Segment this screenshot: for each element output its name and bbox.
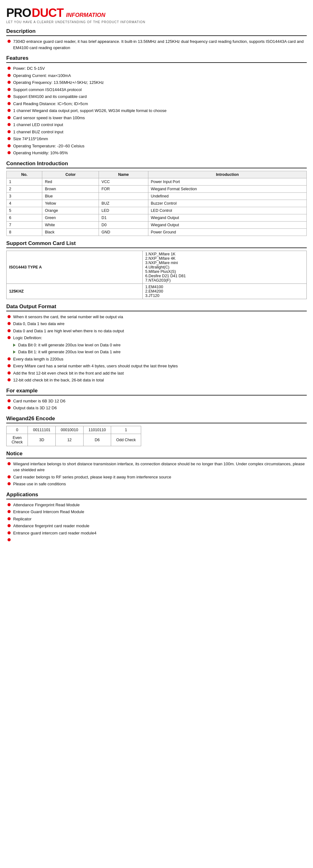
feature-item: Operating Current: max<100mA xyxy=(6,72,307,79)
connection-cell: Blue xyxy=(42,192,99,199)
data-output-sub-item: Data Bit 0: it will generate 200us low l… xyxy=(6,342,307,348)
connection-table: No.ColorNameIntroduction1RedVCCPower Inp… xyxy=(6,171,307,236)
bullet-dot-icon xyxy=(7,475,11,478)
connection-row: 6GreenD1Wiegand Output xyxy=(7,214,307,221)
bullet-dot-icon xyxy=(7,378,11,381)
encode-cell: 1 xyxy=(111,426,141,434)
encode-cell: 0 xyxy=(7,426,28,434)
connection-cell: 2 xyxy=(7,185,42,192)
logo-pro: PRO xyxy=(6,6,31,20)
encode-cell2: Odd Check xyxy=(111,434,141,446)
card-khz-item: 3.JT120 xyxy=(145,293,304,298)
feature-item: Card Reading Distance: IC>5cm; ID>5cm xyxy=(6,101,307,107)
bullet-dot-icon xyxy=(7,123,11,126)
feature-text: Support common ISO14443A protocol xyxy=(13,87,82,93)
bullet-dot-icon xyxy=(7,531,11,534)
bullet-dot-icon xyxy=(7,40,11,43)
connection-cell: Wiegand Format Selection xyxy=(148,185,306,192)
bullet-dot-icon xyxy=(7,137,11,140)
logo-duct: DUCT xyxy=(32,6,64,20)
bullet-dot-icon xyxy=(7,81,11,84)
feature-item: Operating Frequency: 13.56MHz+/-5KHz; 12… xyxy=(6,80,307,86)
application-item xyxy=(6,537,307,541)
arrow-icon xyxy=(13,344,15,347)
connection-cell: 8 xyxy=(7,228,42,236)
card-iso-item: 7.NTAG203(F) xyxy=(145,278,304,283)
bullet-dot-icon xyxy=(7,109,11,112)
feature-item: 1 channel BUZ control input xyxy=(6,129,307,135)
encode-cell: 11010110 xyxy=(83,426,111,434)
encode-cell2: D6 xyxy=(83,434,111,446)
encode-table: 00011110100010010110101101Even Check3D12… xyxy=(6,426,141,446)
card-support-table: ISO14443 TYPE A1.NXP_Mifare 1K2.NXP_Mifa… xyxy=(6,251,307,299)
connection-title: Connection Introduction xyxy=(6,160,307,168)
connection-cell xyxy=(99,192,148,199)
connection-cell: Power Input Port xyxy=(148,178,306,185)
feature-text: Operating Temperature: -20~60 Celsius xyxy=(13,143,85,149)
bullet-dot-icon xyxy=(7,67,11,70)
encode-cell2: 12 xyxy=(56,434,84,446)
bullet-dot-icon xyxy=(7,364,11,367)
connection-cell: 6 xyxy=(7,214,42,221)
connection-cell: 4 xyxy=(7,199,42,207)
card-khz-row: 125KHZ1.EM41002.EM42003.JT120 xyxy=(7,283,307,299)
applications-title: Applications xyxy=(6,492,307,499)
connection-cell: LED Control xyxy=(148,207,306,214)
connection-cell: 3 xyxy=(7,192,42,199)
data-output-item2: Add the first 12-bit even check bit in t… xyxy=(6,370,307,376)
encode-cell: 00111101 xyxy=(28,426,56,434)
data-output-list: When it sensors the card, the serial num… xyxy=(6,314,307,383)
bullet-dot-icon xyxy=(7,399,11,402)
bullet-dot-icon xyxy=(7,151,11,154)
bullet-dot-icon xyxy=(7,482,11,485)
feature-text: Operating Frequency: 13.56MHz+/-5KHz; 12… xyxy=(13,80,103,86)
description-item: 7304D entrance guard card reader, it has… xyxy=(6,38,307,51)
connection-cell: VCC xyxy=(99,178,148,185)
feature-text: Operating Humidity: 10%-95% xyxy=(13,150,68,156)
example-title: For example xyxy=(6,388,307,396)
data-output-text: When it sensors the card, the serial num… xyxy=(13,314,123,320)
data-output-text: Data 0, Data 1 two data wire xyxy=(13,321,64,327)
description-list: 7304D entrance guard card reader, it has… xyxy=(6,38,307,51)
bullet-dot-icon xyxy=(7,524,11,527)
connection-cell: Wiegand Output xyxy=(148,221,306,228)
bullet-dot-icon xyxy=(7,102,11,105)
connection-header: Introduction xyxy=(148,171,306,178)
feature-item: Operating Humidity: 10%-95% xyxy=(6,150,307,156)
example-item: Output data is 3D 12 D6 xyxy=(6,405,307,411)
data-output-item2: 12-bit odd check bit in the back, 26-bit… xyxy=(6,377,307,383)
connection-row: 5OrangeLEDLED Control xyxy=(7,207,307,214)
notice-text: Card reader belongs to RF series product… xyxy=(13,474,171,480)
card-iso-item: 2.NXP_Mifare 4K xyxy=(145,256,304,261)
feature-item: 1 channel LED control input xyxy=(6,122,307,128)
encode-row1: 00011110100010010110101101 xyxy=(7,426,141,434)
logo: PRODUCT INFORMATION xyxy=(6,6,307,20)
card-iso-items: 1.NXP_Mifare 1K2.NXP_Mifare 4K3.NXP_Mifa… xyxy=(143,251,307,283)
bullet-dot-icon xyxy=(7,406,11,409)
example-list: Card number is 6B 3D 12 D6Output data is… xyxy=(6,398,307,411)
bullet-dot-icon xyxy=(7,322,11,325)
data-output-text2: Every data length is 2200us xyxy=(13,356,63,362)
feature-text: Support EM4100 and its compatible card xyxy=(13,94,87,100)
page-header: PRODUCT INFORMATION LET YOU HAVE A CLEAR… xyxy=(6,6,307,24)
bullet-dot-icon xyxy=(7,371,11,375)
connection-cell: White xyxy=(42,221,99,228)
example-text: Output data is 3D 12 D6 xyxy=(13,405,57,411)
connection-header: No. xyxy=(7,171,42,178)
bullet-dot-icon xyxy=(7,116,11,119)
encode-cell: 00010010 xyxy=(56,426,84,434)
card-iso-item: 3.NXP_Mifare mini xyxy=(145,261,304,265)
bullet-dot-icon xyxy=(7,510,11,513)
connection-header: Name xyxy=(99,171,148,178)
application-text: Entrance guard intercom card reader modu… xyxy=(13,530,96,536)
notice-text: Please use in safe conditions xyxy=(13,481,66,487)
application-text: Attendance Fingerprint Read Module xyxy=(13,502,80,508)
connection-header: Color xyxy=(42,171,99,178)
bullet-dot-icon xyxy=(7,503,11,506)
application-text: Replicator xyxy=(13,516,32,522)
notice-text: Wiegand interface belongs to short dista… xyxy=(13,461,307,473)
data-output-sub-text: Data Bit 1: it will generate 200us low l… xyxy=(18,349,121,355)
feature-text: 1 channel BUZ control input xyxy=(13,129,63,135)
application-item: Attendance Fingerprint Read Module xyxy=(6,502,307,508)
encode-cell2: 3D xyxy=(28,434,56,446)
